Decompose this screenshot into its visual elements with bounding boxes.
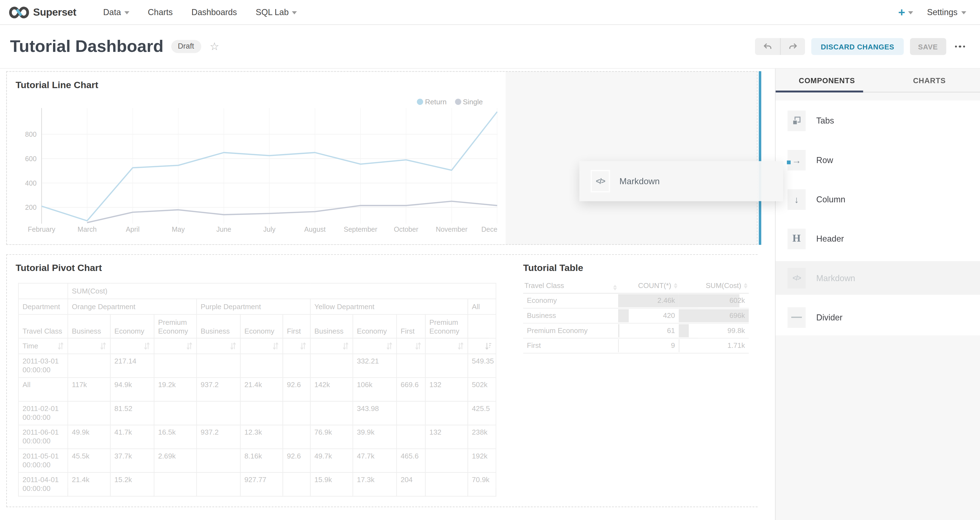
pivot-col-group: Orange Department: [68, 299, 197, 315]
pivot-class-col: Premium Economy: [154, 314, 197, 338]
superset-logo[interactable]: Superset: [0, 6, 76, 18]
pivot-class-col: Business: [68, 314, 110, 338]
undo-icon: [763, 43, 772, 51]
svg-text:October: October: [394, 225, 418, 233]
pivot-class-col: Business: [310, 314, 353, 338]
line-chart-svg: 200400600800FebruaryMarchAprilMayJuneJul…: [7, 72, 498, 236]
component-item-column[interactable]: ↓Column: [776, 182, 980, 216]
tab-components[interactable]: COMPONENTS: [776, 69, 878, 92]
pivot-class-col: Economy: [240, 314, 283, 338]
chevron-down-icon: [961, 11, 966, 14]
sort-icon[interactable]: [457, 342, 464, 350]
settings-label: Settings: [927, 8, 958, 17]
pivot-class-col: First: [396, 314, 425, 338]
line-chart-card[interactable]: Tutorial Line Chart 200400600800February…: [7, 72, 506, 244]
nav-item-data[interactable]: Data: [94, 0, 138, 24]
top-navbar: Superset DataChartsDashboardsSQL Lab + S…: [0, 0, 980, 25]
brand-name: Superset: [33, 6, 76, 18]
nav-item-charts[interactable]: Charts: [138, 0, 182, 24]
grid-row-top: Tutorial Line Chart 200400600800February…: [6, 71, 757, 245]
settings-menu[interactable]: Settings: [927, 8, 966, 17]
data-table: Travel ClassCOUNT(*)SUM(Cost)Economy2.46…: [523, 279, 749, 354]
sort-icon[interactable]: [272, 342, 279, 350]
component-label: Markdown: [816, 273, 855, 282]
chart-legend: ReturnSingle: [417, 98, 483, 105]
sidebar-tabs: COMPONENTS CHARTS: [776, 69, 980, 92]
redo-button[interactable]: [780, 38, 805, 55]
nav-menu: DataChartsDashboardsSQL Lab: [94, 0, 306, 24]
plus-icon: +: [898, 6, 905, 18]
component-list: Tabs→Row↓ColumnHHeader</>MarkdownDivider: [776, 100, 980, 335]
row-icon: →: [792, 155, 801, 165]
pivot-col-group: Purple Department: [196, 299, 310, 315]
pivot-col-group: All: [468, 299, 496, 315]
col-header-travel-class[interactable]: Travel Class: [523, 279, 618, 293]
component-item-header[interactable]: HHeader: [776, 222, 980, 255]
new-item-button[interactable]: +: [898, 6, 913, 18]
table-row: Business420696k: [523, 308, 749, 323]
header-icon: H: [792, 232, 800, 245]
pivot-class-col: [468, 314, 496, 338]
discard-changes-button[interactable]: DISCARD CHANGES: [811, 38, 904, 55]
pivot-class-col: Economy: [110, 314, 154, 338]
sort-icon[interactable]: [186, 342, 192, 350]
sort-desc-icon[interactable]: [485, 342, 492, 350]
sort-caret-icon: [744, 283, 748, 288]
table-row: First91.71k: [523, 338, 749, 353]
sort-icon[interactable]: [57, 342, 64, 350]
pivot-class-col: First: [283, 314, 310, 338]
nav-item-sql-lab[interactable]: SQL Lab: [247, 0, 306, 24]
component-label: Tabs: [816, 116, 834, 125]
ellipsis-menu-button[interactable]: [952, 45, 968, 48]
pivot-chart-card[interactable]: Tutorial Pivot Chart SUM(Cost)Department…: [7, 255, 506, 507]
superset-app: Superset DataChartsDashboardsSQL Lab + S…: [0, 0, 980, 520]
chart-title: Tutorial Pivot Chart: [16, 262, 102, 273]
undo-button[interactable]: [755, 38, 780, 55]
column-icon: ↓: [794, 194, 799, 205]
pivot-row: 2011-03-01 00:00:00217.14332.21549.35: [18, 354, 496, 377]
svg-text:800: 800: [25, 130, 37, 138]
divider-icon: [791, 317, 802, 318]
sort-icon[interactable]: [100, 342, 106, 350]
tab-charts[interactable]: CHARTS: [878, 69, 980, 92]
favorite-star-icon[interactable]: ☆: [210, 40, 219, 53]
dashboard-header: Tutorial Dashboard Draft ☆ DISCARD CHANG…: [0, 25, 980, 69]
sort-icon[interactable]: [343, 342, 349, 350]
table-row: Economy2.46k602k: [523, 293, 749, 308]
pivot-col-group: Yellow Department: [310, 299, 468, 315]
component-item-divider[interactable]: Divider: [776, 300, 980, 334]
col-header-sum[interactable]: SUM(Cost): [679, 279, 749, 293]
svg-text:November: November: [436, 225, 467, 233]
sort-caret-icon: [613, 285, 617, 290]
dashboard-canvas: Tutorial Line Chart 200400600800February…: [0, 69, 775, 520]
pivot-row: 2011-04-01 00:00:0021.4k15.2k927.7715.9k…: [18, 472, 496, 496]
legend-item-single[interactable]: Single: [455, 98, 483, 105]
pivot-class-col: Business: [196, 314, 240, 338]
sort-icon[interactable]: [230, 342, 236, 350]
pivot-metric-label: SUM(Cost): [68, 283, 496, 299]
status-badge: Draft: [171, 40, 201, 53]
svg-text:March: March: [78, 225, 97, 233]
svg-text:May: May: [172, 225, 185, 233]
drag-ghost-label: Markdown: [619, 176, 660, 186]
save-button[interactable]: SAVE: [910, 38, 946, 55]
svg-text:September: September: [344, 225, 377, 233]
col-header-count[interactable]: COUNT(*): [618, 279, 679, 293]
legend-item-return[interactable]: Return: [417, 98, 447, 105]
chevron-down-icon: [908, 11, 913, 14]
sort-icon[interactable]: [300, 342, 306, 350]
pivot-class-col: Economy: [353, 314, 396, 338]
table-chart-card[interactable]: Tutorial Table Travel ClassCOUNT(*)SUM(C…: [514, 255, 758, 507]
nav-item-dashboards[interactable]: Dashboards: [182, 0, 247, 24]
svg-text:June: June: [216, 225, 231, 233]
chevron-down-icon: [124, 11, 129, 14]
sort-icon[interactable]: [144, 342, 150, 350]
component-item-tabs[interactable]: Tabs: [776, 104, 980, 138]
pivot-row: 2011-02-01 00:00:0081.52343.98425.5: [18, 401, 496, 425]
drag-ghost-markdown[interactable]: </> Markdown: [579, 161, 783, 201]
sort-icon[interactable]: [415, 342, 422, 350]
sort-icon[interactable]: [386, 342, 393, 350]
component-item-row[interactable]: →Row: [776, 143, 980, 177]
component-item-markdown[interactable]: </>Markdown: [776, 261, 980, 295]
undo-redo-group: [755, 38, 805, 55]
